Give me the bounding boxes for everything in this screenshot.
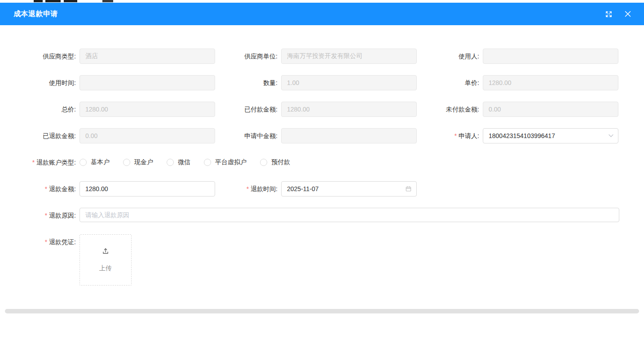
- applicant-label: 申请人:: [417, 128, 483, 143]
- background-fragment: [102, 0, 113, 2]
- radio-option-label: 现金户: [134, 158, 153, 166]
- supplier-type-input: [79, 49, 215, 64]
- modal-header: 成本退款申请: [0, 3, 644, 25]
- radio-option-wechat[interactable]: 微信: [167, 158, 190, 166]
- radio-circle-icon: [79, 159, 87, 166]
- paid-amount-input: [281, 102, 417, 117]
- radio-option-basic-account[interactable]: 基本户: [79, 158, 110, 166]
- applicant-select[interactable]: [483, 128, 618, 143]
- refunded-amount-label: 已退款金额:: [13, 128, 79, 143]
- supplier-unit-input: [281, 49, 417, 64]
- background-fragment: [64, 0, 77, 2]
- unpaid-amount-input: [483, 102, 618, 117]
- close-button[interactable]: [624, 10, 631, 18]
- refund-account-type-radio-group: 基本户 现金户 微信 平台虚拟户 预付款: [79, 155, 290, 170]
- field-supplier-unit: 供应商单位:: [215, 49, 417, 64]
- close-icon: [624, 10, 631, 18]
- unit-price-label: 单价:: [417, 75, 483, 90]
- form-row: 供应商类型: 供应商单位: 使用人:: [13, 49, 644, 64]
- background-page-fragment: [0, 0, 644, 3]
- field-applying-amount: 申请中金额:: [215, 128, 417, 143]
- form-row: 退款原因:: [13, 208, 644, 223]
- field-quantity: 数量:: [215, 75, 417, 90]
- refund-time-input[interactable]: [281, 181, 417, 197]
- applying-amount-label: 申请中金额:: [215, 128, 281, 143]
- field-refund-time: 退款时间:: [215, 181, 417, 197]
- unit-price-input: [483, 75, 618, 90]
- radio-circle-icon: [123, 159, 130, 166]
- horizontal-scrollbar[interactable]: [5, 309, 639, 313]
- radio-option-cash-account[interactable]: 现金户: [123, 158, 153, 166]
- field-refund-reason: 退款原因:: [13, 208, 619, 223]
- field-total-price: 总价:: [13, 102, 215, 117]
- user-input: [483, 49, 618, 64]
- fullscreen-button[interactable]: [605, 10, 613, 18]
- fullscreen-icon: [605, 10, 613, 18]
- field-refunded-amount: 已退款金额:: [13, 128, 215, 143]
- applicant-select-input[interactable]: [483, 128, 618, 143]
- form-row: 总价: 已付款金额: 未付款金额:: [13, 102, 644, 117]
- quantity-input: [281, 75, 417, 90]
- modal-header-actions: [605, 10, 631, 18]
- unpaid-amount-label: 未付款金额:: [417, 102, 483, 117]
- field-unpaid-amount: 未付款金额:: [417, 102, 618, 117]
- form-row: 退款凭证: 上传: [13, 234, 644, 286]
- quantity-label: 数量:: [215, 75, 281, 90]
- upload-icon: [102, 247, 109, 255]
- refund-reason-label: 退款原因:: [13, 208, 79, 223]
- form-row: 使用时间: 数量: 单价:: [13, 75, 644, 90]
- refunded-amount-input: [79, 128, 215, 143]
- radio-option-label: 预付款: [271, 158, 290, 166]
- applying-amount-input: [281, 128, 417, 143]
- total-price-label: 总价:: [13, 102, 79, 117]
- calendar-icon: [405, 186, 412, 192]
- field-supplier-type: 供应商类型:: [13, 49, 215, 64]
- upload-button-label: 上传: [99, 264, 112, 273]
- refund-voucher-label: 退款凭证:: [13, 234, 79, 250]
- form-row: 退款账户类型: 基本户 现金户 微信 平台虚拟户: [13, 155, 644, 170]
- use-time-label: 使用时间:: [13, 75, 79, 90]
- form-row: 已退款金额: 申请中金额: 申请人:: [13, 128, 644, 143]
- supplier-type-label: 供应商类型:: [13, 49, 79, 64]
- field-applicant: 申请人:: [417, 128, 618, 143]
- field-unit-price: 单价:: [417, 75, 618, 90]
- radio-circle-icon: [167, 159, 174, 166]
- supplier-unit-label: 供应商单位:: [215, 49, 281, 64]
- refund-amount-input[interactable]: [79, 181, 215, 197]
- radio-circle-icon: [260, 159, 267, 166]
- field-paid-amount: 已付款金额:: [215, 102, 417, 117]
- radio-option-label: 微信: [178, 158, 190, 166]
- radio-option-label: 平台虚拟户: [215, 158, 247, 166]
- user-label: 使用人:: [417, 49, 483, 64]
- paid-amount-label: 已付款金额:: [215, 102, 281, 117]
- refund-account-type-label: 退款账户类型:: [13, 155, 79, 170]
- field-user: 使用人:: [417, 49, 618, 64]
- radio-circle-icon: [204, 159, 211, 166]
- background-fragment: [45, 0, 61, 2]
- field-use-time: 使用时间:: [13, 75, 215, 90]
- radio-option-platform-virtual-account[interactable]: 平台虚拟户: [204, 158, 247, 166]
- chevron-down-icon: [609, 134, 613, 138]
- form-row: 退款金额: 退款时间:: [13, 181, 644, 197]
- refund-reason-input[interactable]: [79, 208, 619, 222]
- refund-time-datepicker[interactable]: [281, 181, 417, 197]
- field-refund-voucher: 退款凭证: 上传: [13, 234, 132, 286]
- use-time-input: [79, 75, 215, 90]
- field-refund-account-type: 退款账户类型: 基本户 现金户 微信 平台虚拟户: [13, 155, 290, 170]
- radio-option-label: 基本户: [91, 158, 110, 166]
- refund-time-label: 退款时间:: [215, 181, 281, 197]
- modal-title: 成本退款申请: [13, 9, 58, 19]
- total-price-input: [79, 102, 215, 117]
- refund-form: 供应商类型: 供应商单位: 使用人: 使用时间: 数量: 单价: 总价:: [0, 25, 644, 286]
- field-refund-amount: 退款金额:: [13, 181, 215, 197]
- refund-amount-label: 退款金额:: [13, 181, 79, 197]
- background-fragment: [34, 0, 43, 2]
- radio-option-prepayment[interactable]: 预付款: [260, 158, 290, 166]
- upload-voucher-button[interactable]: 上传: [79, 234, 132, 286]
